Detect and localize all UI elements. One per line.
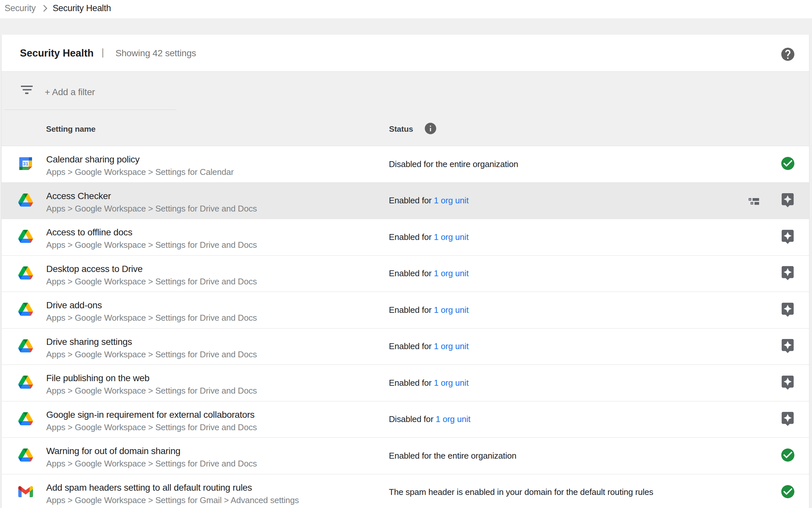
svg-text:31: 31 xyxy=(23,161,28,166)
